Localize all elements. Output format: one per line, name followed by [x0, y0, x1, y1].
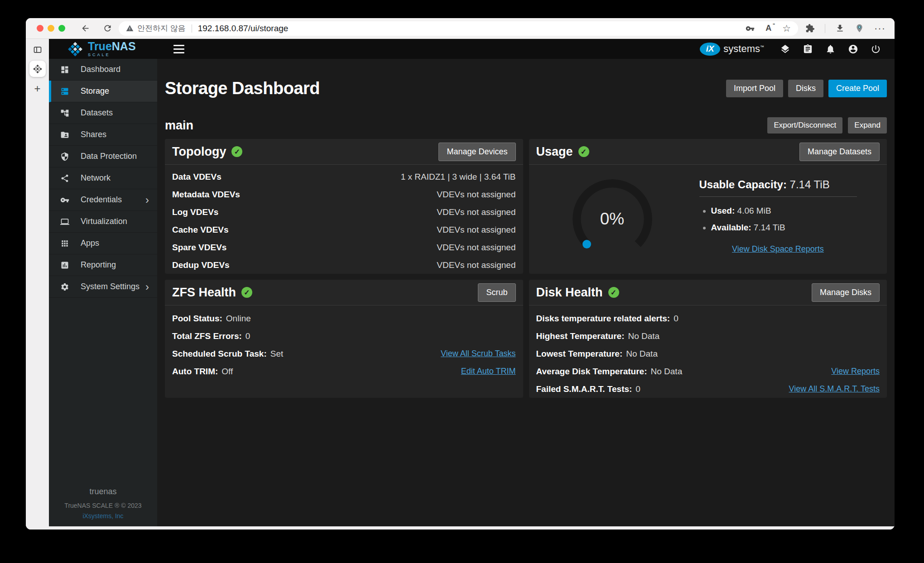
brand-true: True: [88, 40, 112, 52]
zoom-window-button[interactable]: [58, 25, 65, 32]
favorite-star-icon[interactable]: ☆: [782, 24, 791, 33]
view-all-scrub-tasks-link[interactable]: View All Scrub Tasks: [441, 349, 515, 358]
topology-row-log-vdevs: Log VDEVsVDEVs not assigned: [165, 203, 523, 221]
expand-button[interactable]: Expand: [848, 117, 887, 134]
jobs-clipboard-icon[interactable]: [803, 44, 813, 54]
address-divider: [192, 24, 192, 33]
account-user-icon[interactable]: [848, 44, 858, 54]
sidebar-item-storage[interactable]: Storage: [49, 81, 157, 102]
sidebar-item-virtualization[interactable]: Virtualization: [49, 211, 157, 233]
success-check-icon: ✓: [231, 146, 242, 157]
copyright: TrueNAS SCALE ® © 2023: [49, 502, 157, 509]
topology-title: Topology: [172, 145, 226, 159]
minimize-window-button[interactable]: [48, 25, 54, 32]
ixsystems-link[interactable]: iXsystems, Inc: [82, 512, 123, 520]
create-pool-button[interactable]: Create Pool: [828, 80, 887, 97]
back-arrow-icon: [81, 24, 90, 33]
toolbar-divider: [825, 24, 825, 33]
topology-row-spare-vdevs: Spare VDEVsVDEVs not assigned: [165, 239, 523, 256]
sidebar-footer: truenas TrueNAS SCALE ® © 2023 iXsystems…: [49, 487, 157, 520]
network-share-icon: [60, 174, 69, 183]
traffic-lights: [37, 25, 65, 32]
apps-grid-icon: [60, 239, 69, 248]
sidebar-item-apps[interactable]: Apps: [49, 233, 157, 254]
downloads-icon[interactable]: [835, 24, 845, 33]
shares-folder-icon: [60, 130, 69, 139]
scrub-button[interactable]: Scrub: [478, 283, 515, 302]
sidebar-item-credentials[interactable]: Credentials ›: [49, 189, 157, 211]
sidebar-item-datasets[interactable]: Datasets: [49, 102, 157, 124]
usage-gauge: 0%: [573, 179, 652, 259]
manage-devices-button[interactable]: Manage Devices: [438, 143, 515, 161]
sidebar-item-system-settings[interactable]: System Settings ›: [49, 276, 157, 298]
close-window-button[interactable]: [37, 25, 43, 32]
sidebar-item-shares[interactable]: Shares: [49, 124, 157, 146]
available-row: Available: 7.14 TiB: [711, 223, 857, 233]
sidebar-item-network[interactable]: Network: [49, 167, 157, 189]
dashboard-icon: [60, 65, 69, 74]
success-check-icon: ✓: [578, 146, 589, 157]
sidebar-toggle-icon[interactable]: [33, 45, 42, 54]
topology-row-data-vdevs: Data VDEVs1 x RAIDZ1 | 3 wide | 3.64 TiB: [165, 168, 523, 186]
truenas-diamond-icon: [67, 41, 83, 57]
refresh-icon: [103, 24, 112, 33]
laptop-icon: [60, 217, 69, 226]
sidebar-item-data-protection[interactable]: Data Protection: [49, 146, 157, 167]
usage-title: Usage: [536, 145, 573, 159]
zfs-errors-row: Total ZFS Errors:0: [165, 327, 523, 345]
manage-datasets-button[interactable]: Manage Datasets: [799, 143, 880, 161]
browser-window: 안전하지 않음 192.168.0.87/ui/storage A ☆ ···: [26, 18, 895, 530]
export-disconnect-button[interactable]: Export/Disconnect: [767, 117, 842, 134]
edit-auto-trim-link[interactable]: Edit Auto TRIM: [461, 367, 516, 376]
view-reports-link[interactable]: View Reports: [831, 367, 880, 376]
used-row: Used: 4.06 MiB: [711, 206, 857, 216]
new-tab-button[interactable]: +: [34, 83, 40, 94]
shield-icon: [60, 152, 69, 161]
topology-row-dedup-vdevs: Dedup VDEVsVDEVs not assigned: [165, 256, 523, 274]
pool-status-row: Pool Status:Online: [165, 310, 523, 327]
active-tab-truenas[interactable]: [29, 61, 46, 77]
security-status[interactable]: 안전하지 않음: [137, 23, 186, 33]
temp-alerts-row: Disks temperature related alerts:0: [529, 310, 887, 327]
brand-scale: SCALE: [88, 53, 136, 57]
not-secure-warning-icon: [126, 24, 134, 32]
view-disk-space-reports-link[interactable]: View Disk Space Reports: [732, 244, 824, 253]
sidebar-item-dashboard[interactable]: Dashboard: [49, 59, 157, 81]
browser-menu-icon[interactable]: ···: [874, 23, 886, 34]
lowest-temp-row: Lowest Temperature:No Data: [529, 345, 887, 363]
reporting-chart-icon: [60, 261, 69, 270]
manage-disks-button[interactable]: Manage Disks: [812, 283, 880, 302]
zfs-health-title: ZFS Health: [172, 286, 236, 300]
notifications-bell-icon[interactable]: [825, 44, 836, 54]
usage-card: Usage ✓ Manage Datasets 0%: [529, 139, 887, 274]
extensions-puzzle-icon[interactable]: [805, 24, 815, 33]
power-icon[interactable]: [871, 44, 881, 54]
address-bar[interactable]: 안전하지 않음 192.168.0.87/ui/storage A ☆: [119, 21, 798, 36]
main-content: Storage Dashboard Import Pool Disks Crea…: [157, 59, 895, 526]
back-button[interactable]: [81, 24, 90, 33]
truecommand-layers-icon[interactable]: [780, 44, 790, 54]
profile-pin-icon[interactable]: [855, 24, 864, 33]
datasets-tree-icon: [60, 109, 69, 118]
ixsystems-logo: iX systems™: [700, 43, 764, 56]
disks-button[interactable]: Disks: [788, 80, 823, 97]
menu-hamburger-icon[interactable]: [173, 45, 184, 53]
auto-trim-row: Auto TRIM:OffEdit Auto TRIM: [165, 363, 523, 380]
read-aloud-icon[interactable]: A: [765, 24, 771, 33]
import-pool-button[interactable]: Import Pool: [726, 80, 783, 97]
url-text[interactable]: 192.168.0.87/ui/storage: [198, 24, 289, 33]
ix-oval: iX: [700, 43, 720, 56]
key-icon: [60, 196, 69, 205]
disk-health-title: Disk Health: [536, 286, 603, 300]
truenas-logo[interactable]: TrueNAS SCALE: [49, 41, 157, 57]
usage-percent: 0%: [573, 179, 652, 259]
chevron-right-icon: ›: [145, 195, 149, 205]
chevron-right-icon: ›: [145, 282, 149, 292]
success-check-icon: ✓: [241, 287, 252, 298]
topology-card: Topology ✓ Manage Devices Data VDEVs1 x …: [165, 139, 523, 274]
view-all-smart-tests-link[interactable]: View All S.M.A.R.T. Tests: [789, 384, 880, 394]
sidebar-item-reporting[interactable]: Reporting: [49, 254, 157, 276]
truenas-app: TrueNAS SCALE iX systems™: [49, 39, 895, 526]
refresh-button[interactable]: [103, 24, 112, 33]
password-key-icon[interactable]: [746, 24, 755, 33]
